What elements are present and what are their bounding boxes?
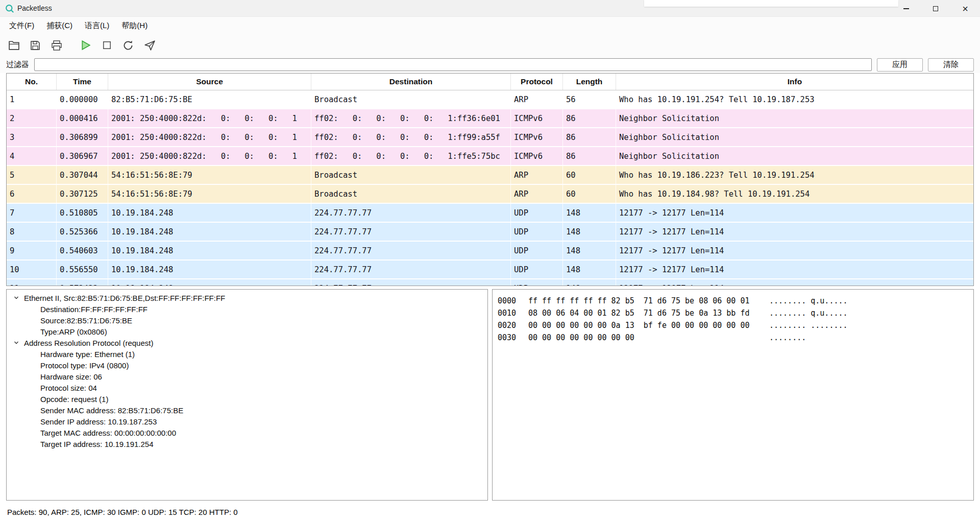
packet-row[interactable]: 7 0.510805 10.19.184.248 224.77.77.77 UD… <box>7 204 973 223</box>
cell-length: 148 <box>563 279 616 286</box>
restart-capture-button[interactable] <box>119 37 137 54</box>
tree-node[interactable]: Opcode: request (1) <box>7 393 487 405</box>
toolbar <box>0 34 980 56</box>
cell-destination: 224.77.77.77 <box>311 223 511 241</box>
cell-protocol: ICMPv6 <box>511 109 563 127</box>
tree-node[interactable]: Sender IP address: 10.19.187.253 <box>7 416 487 427</box>
save-file-button[interactable] <box>27 37 44 54</box>
maximize-button[interactable] <box>921 0 950 17</box>
column-header-time[interactable]: Time <box>57 74 108 90</box>
cell-destination: 224.77.77.77 <box>311 204 511 222</box>
tree-node[interactable]: Type:ARP (0x0806) <box>7 326 487 337</box>
tree-node[interactable]: Target MAC address: 00:00:00:00:00:00 <box>7 427 487 438</box>
tree-node[interactable]: Source:82:B5:71:D6:75:BE <box>7 315 487 326</box>
menu-file[interactable]: 文件(F) <box>3 17 40 34</box>
chevron-down-icon[interactable] <box>13 340 19 346</box>
cell-source: 54:16:51:56:8E:79 <box>108 185 311 203</box>
cell-source: 2001: 250:4000:822d: 0: 0: 0: 1 <box>108 128 311 146</box>
packet-row[interactable]: 9 0.540603 10.19.184.248 224.77.77.77 UD… <box>7 242 973 260</box>
cell-info: 12177 -> 12177 Len=114 <box>616 279 973 286</box>
tree-node[interactable]: Hardware size: 06 <box>7 371 487 382</box>
hex-offset: 0000 <box>498 296 528 305</box>
title-bar: Packetless × <box>0 0 980 17</box>
window-title: Packetless <box>17 4 52 12</box>
packet-row[interactable]: 5 0.307044 54:16:51:56:8E:79 Broadcast A… <box>7 166 973 185</box>
tree-node[interactable]: Address Resolution Protocol (request) <box>7 337 487 348</box>
packet-row[interactable]: 8 0.525366 10.19.184.248 224.77.77.77 UD… <box>7 223 973 242</box>
clear-filter-button[interactable]: 清除 <box>928 58 974 72</box>
column-header-protocol[interactable]: Protocol <box>511 74 563 90</box>
hex-line[interactable]: 0000 ff ff ff ff ff ff 82 b5 71 d6 75 be… <box>498 295 973 307</box>
hex-line[interactable]: 0030 00 00 00 00 00 00 00 00 ........ <box>498 331 973 344</box>
cell-source: 10.19.184.248 <box>108 260 311 278</box>
refresh-icon <box>122 39 134 52</box>
packet-row[interactable]: 11 0.572433 10.19.184.248 224.77.77.77 U… <box>7 279 973 286</box>
cell-length: 148 <box>563 242 616 259</box>
close-button[interactable]: × <box>950 0 980 17</box>
tree-node-label: Hardware size: 06 <box>40 372 102 381</box>
minimize-button[interactable] <box>891 0 921 17</box>
cell-destination: 224.77.77.77 <box>311 260 511 278</box>
packet-row[interactable]: 10 0.556550 10.19.184.248 224.77.77.77 U… <box>7 260 973 279</box>
cell-protocol: UDP <box>511 242 563 259</box>
hex-dump-pane: 0000 ff ff ff ff ff ff 82 b5 71 d6 75 be… <box>492 289 974 501</box>
tree-node[interactable]: Protocol type: IPv4 (0800) <box>7 360 487 371</box>
print-icon <box>51 39 63 52</box>
hex-line[interactable]: 0010 08 00 06 04 00 01 82 b5 71 d6 75 be… <box>498 307 973 319</box>
cell-info: Who has 10.19.186.223? Tell 10.19.191.25… <box>616 166 973 184</box>
send-button[interactable] <box>141 37 158 54</box>
cell-time: 0.510805 <box>57 204 108 222</box>
packet-row[interactable]: 3 0.306899 2001: 250:4000:822d: 0: 0: 0:… <box>7 128 973 147</box>
tree-node[interactable]: Ethernet II, Src:82:B5:71:D6:75:BE,Dst:F… <box>7 292 487 303</box>
hex-bytes: 08 00 06 04 00 01 82 b5 71 d6 75 be 0a 1… <box>528 309 769 318</box>
menu-help[interactable]: 帮助(H) <box>115 17 154 34</box>
tree-node[interactable]: Sender MAC address: 82:B5:71:D6:75:BE <box>7 405 487 416</box>
packet-row[interactable]: 4 0.306967 2001: 250:4000:822d: 0: 0: 0:… <box>7 147 973 166</box>
start-capture-button[interactable] <box>77 37 94 54</box>
tree-node-label: Protocol size: 04 <box>40 384 97 392</box>
cell-info: 12177 -> 12177 Len=114 <box>616 242 973 259</box>
filter-bar: 过滤器 应用 清除 <box>0 56 980 73</box>
cell-length: 60 <box>563 185 616 203</box>
cell-destination: Broadcast <box>311 185 511 203</box>
cell-time: 0.556550 <box>57 260 108 278</box>
cell-protocol: UDP <box>511 204 563 222</box>
cell-info: 12177 -> 12177 Len=114 <box>616 204 973 222</box>
cell-info: Neighbor Solicitation <box>616 147 973 165</box>
chevron-down-icon[interactable] <box>13 295 19 301</box>
cell-info: Neighbor Solicitation <box>616 109 973 127</box>
cell-source: 2001: 250:4000:822d: 0: 0: 0: 1 <box>108 109 311 127</box>
tree-node[interactable]: Destination:FF:FF:FF:FF:FF:FF <box>7 303 487 315</box>
table-header: No. Time Source Destination Protocol Len… <box>7 74 973 90</box>
tree-node-label: Address Resolution Protocol (request) <box>24 339 153 347</box>
hex-line[interactable]: 0020 00 00 00 00 00 00 0a 13 bf fe 00 00… <box>498 319 973 331</box>
open-file-button[interactable] <box>5 37 22 54</box>
cell-source: 54:16:51:56:8E:79 <box>108 166 311 184</box>
tree-node[interactable]: Hardware type: Ethernet (1) <box>7 348 487 360</box>
cell-no: 6 <box>7 185 57 203</box>
status-text: Packets: 90, ARP: 25, ICMP: 30 IGMP: 0 U… <box>7 508 238 516</box>
cell-destination: 224.77.77.77 <box>311 242 511 259</box>
column-header-no[interactable]: No. <box>7 74 57 90</box>
tree-node[interactable]: Target IP address: 10.19.191.254 <box>7 438 487 449</box>
cell-length: 56 <box>563 90 616 108</box>
column-header-info[interactable]: Info <box>616 74 973 90</box>
tree-node[interactable]: Protocol size: 04 <box>7 382 487 393</box>
column-header-destination[interactable]: Destination <box>311 74 511 90</box>
cell-length: 148 <box>563 204 616 222</box>
packet-row[interactable]: 6 0.307125 54:16:51:56:8E:79 Broadcast A… <box>7 185 973 204</box>
column-header-source[interactable]: Source <box>108 74 311 90</box>
packet-row[interactable]: 1 0.000000 82:B5:71:D6:75:BE Broadcast A… <box>7 90 973 109</box>
print-button[interactable] <box>48 37 65 54</box>
hex-ascii: ........ q.u..... <box>769 296 848 305</box>
menu-language[interactable]: 语言(L) <box>79 17 115 34</box>
cell-protocol: ARP <box>511 166 563 184</box>
menu-capture[interactable]: 捕获(C) <box>40 17 79 34</box>
stop-capture-button[interactable] <box>98 37 115 54</box>
app-logo-icon <box>5 4 14 13</box>
filter-input[interactable] <box>34 58 872 71</box>
apply-filter-button[interactable]: 应用 <box>877 58 923 72</box>
open-folder-icon <box>8 39 20 52</box>
column-header-length[interactable]: Length <box>563 74 616 90</box>
packet-row[interactable]: 2 0.000416 2001: 250:4000:822d: 0: 0: 0:… <box>7 109 973 128</box>
